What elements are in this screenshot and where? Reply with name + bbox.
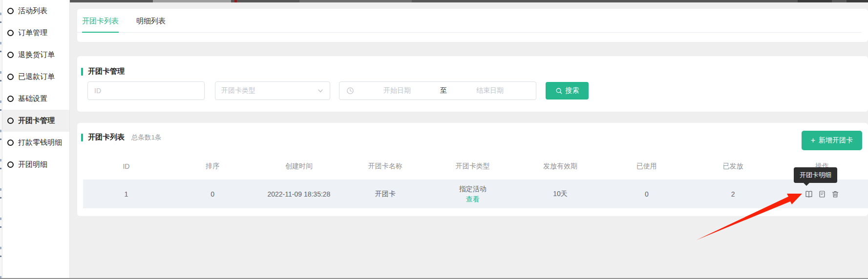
start-date-placeholder[interactable]: 开始日期 (358, 86, 436, 95)
list-section-title-text: 开团卡列表 (88, 133, 125, 142)
cell-validity: 10天 (517, 190, 604, 199)
column-header-id: ID (83, 162, 169, 170)
sidebar-item-label: 开团明细 (18, 160, 47, 169)
sidebar-item-label: 活动列表 (18, 6, 47, 16)
column-header-validity: 发放有效期 (517, 162, 604, 171)
sidebar-item-basic-settings[interactable]: 基础设置 (2, 88, 69, 110)
table-header-row: ID 排序 创建时间 开团卡名称 开团卡类型 发放有效期 已使用 已发放 操作 (83, 157, 868, 176)
cell-card-name: 开团卡 (342, 190, 428, 199)
card-type-select[interactable]: 开团卡类型 (215, 81, 330, 100)
clock-icon (346, 87, 354, 95)
cell-created-at: 2022-11-09 18:35:28 (256, 190, 342, 198)
sidebar-item-label: 已退款订单 (18, 72, 55, 81)
tooltip-group-card-detail: 开团卡明细 (794, 167, 837, 183)
end-date-placeholder[interactable]: 结束日期 (451, 86, 529, 95)
sidebar-item-group-card-management[interactable]: 开团卡管理 (2, 110, 69, 132)
add-group-card-button-label: 新增开团卡 (819, 136, 853, 145)
sidebar-item-group-details[interactable]: 开团明细 (2, 154, 69, 176)
sidebar-item-label: 开团卡管理 (18, 116, 55, 125)
sidebar: 活动列表 订单管理 退换货订单 已退款订单 基础设置 开团卡管理 打款零钱明细 (2, 0, 70, 279)
list-section-header: 开团卡列表 总条数1条 (81, 133, 162, 142)
card-type-select-placeholder: 开团卡类型 (221, 86, 255, 95)
view-link[interactable]: 查看 (428, 194, 517, 204)
cell-actions (776, 190, 868, 199)
total-count-text: 总条数1条 (131, 133, 162, 142)
tab-detail-list[interactable]: 明细列表 (136, 17, 166, 32)
cell-card-type: 指定活动 查看 (428, 184, 517, 204)
group-card-detail-icon[interactable] (804, 190, 813, 199)
search-icon (555, 87, 563, 95)
chevron-down-icon (317, 87, 324, 94)
table-card: 开团卡列表 总条数1条 + 新增开团卡 ID 排序 创建时间 开团卡名称 开团卡… (77, 123, 868, 216)
sidebar-item-activity-list[interactable]: 活动列表 (2, 0, 69, 22)
circle-icon (7, 96, 14, 102)
circle-icon (7, 52, 14, 58)
sidebar-item-label: 退换货订单 (18, 50, 55, 60)
sidebar-item-order-management[interactable]: 订单管理 (2, 22, 69, 44)
app-window: 活动列表 订单管理 退换货订单 已退款订单 基础设置 开团卡管理 打款零钱明细 (0, 0, 868, 279)
sidebar-item-refunded-orders[interactable]: 已退款订单 (2, 66, 69, 88)
add-group-card-button[interactable]: + 新增开团卡 (802, 131, 862, 150)
search-card: 开团卡管理 开团卡类型 开始日期 至 结束日期 (77, 56, 868, 112)
date-range-picker[interactable]: 开始日期 至 结束日期 (339, 81, 536, 100)
tab-group-card-list[interactable]: 开团卡列表 (82, 17, 119, 32)
document-icon[interactable] (818, 190, 826, 199)
search-button[interactable]: 搜索 (546, 82, 589, 100)
circle-icon (7, 74, 14, 80)
tab-bar: 开团卡列表 明细列表 (77, 9, 861, 33)
main-content: 开团卡列表 明细列表 开团卡管理 开团卡类型 (70, 0, 868, 279)
sidebar-item-label: 打款零钱明细 (18, 138, 62, 147)
title-accent-bar-icon (81, 68, 83, 76)
column-header-created-at: 创建时间 (256, 162, 342, 171)
cell-id: 1 (83, 190, 169, 198)
circle-icon (7, 30, 14, 36)
window-edge-artifact-top (70, 0, 868, 2)
list-section-title: 开团卡列表 (81, 133, 125, 142)
column-header-sort: 排序 (169, 162, 256, 171)
sidebar-item-label: 订单管理 (18, 28, 47, 38)
plus-icon: + (811, 136, 815, 145)
column-header-issued: 已发放 (690, 162, 776, 171)
search-section-title: 开团卡管理 (81, 67, 125, 76)
cell-issued: 2 (690, 190, 776, 198)
search-section-title-text: 开团卡管理 (88, 67, 125, 76)
sidebar-item-label: 基础设置 (18, 94, 47, 103)
card-type-text: 指定活动 (428, 184, 517, 194)
id-input[interactable] (87, 81, 205, 100)
column-header-card-name: 开团卡名称 (342, 162, 428, 171)
circle-icon (7, 118, 14, 124)
circle-icon (7, 161, 14, 168)
title-accent-bar-icon (81, 134, 83, 141)
cell-sort: 0 (169, 190, 256, 198)
search-button-label: 搜索 (566, 86, 579, 95)
table-row: 1 0 2022-11-09 18:35:28 开团卡 指定活动 查看 10天 … (83, 179, 868, 208)
column-header-card-type: 开团卡类型 (428, 162, 517, 171)
sidebar-item-return-orders[interactable]: 退换货订单 (2, 44, 69, 66)
circle-icon (7, 8, 14, 14)
tabs-card: 开团卡列表 明细列表 (77, 9, 868, 42)
circle-icon (7, 140, 14, 146)
sidebar-item-payment-change-details[interactable]: 打款零钱明细 (2, 132, 69, 154)
cell-used: 0 (603, 190, 690, 198)
column-header-used: 已使用 (603, 162, 690, 171)
date-separator: 至 (440, 86, 447, 95)
delete-trash-icon[interactable] (831, 190, 840, 199)
